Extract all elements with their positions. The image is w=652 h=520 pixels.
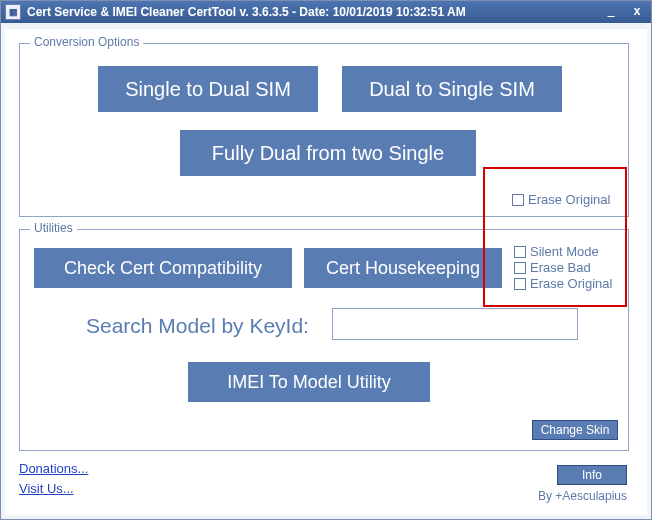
cert-housekeeping-button[interactable]: Cert Housekeeping [304,248,502,288]
erase-original-bot-label: Erase Original [530,276,612,291]
info-button[interactable]: Info [557,465,627,485]
client-area: Conversion Options Single to Dual SIM Du… [1,23,651,519]
erase-original-checkbox-top[interactable]: Erase Original [512,192,610,207]
utilities-group: Utilities Check Cert Compatibility Cert … [19,229,629,451]
donations-link[interactable]: Donations... [19,461,88,476]
checkbox-box-icon [512,194,524,206]
conversion-legend: Conversion Options [30,35,143,49]
search-model-input[interactable] [332,308,578,340]
visit-us-link[interactable]: Visit Us... [19,481,74,496]
minimize-button[interactable]: _ [601,5,621,19]
app-window: ▦ Cert Service & IMEI Cleaner CertTool v… [0,0,652,520]
window-controls: _ x [601,5,647,19]
single-to-dual-sim-button[interactable]: Single to Dual SIM [98,66,318,112]
check-cert-compatibility-button[interactable]: Check Cert Compatibility [34,248,292,288]
erase-bad-label: Erase Bad [530,260,591,275]
credit-label: By +Aesculapius [538,489,627,503]
search-model-label: Search Model by KeyId: [86,314,309,338]
app-icon: ▦ [5,4,21,20]
utilities-legend: Utilities [30,221,77,235]
fully-dual-from-two-single-button[interactable]: Fully Dual from two Single [180,130,476,176]
erase-original-top-label: Erase Original [528,192,610,207]
erase-original-checkbox-bot[interactable]: Erase Original [514,276,612,291]
erase-bad-checkbox[interactable]: Erase Bad [514,260,591,275]
window-title: Cert Service & IMEI Cleaner CertTool v. … [27,5,601,19]
dual-to-single-sim-button[interactable]: Dual to Single SIM [342,66,562,112]
title-bar: ▦ Cert Service & IMEI Cleaner CertTool v… [1,1,651,23]
imei-to-model-utility-button[interactable]: IMEI To Model Utility [188,362,430,402]
silent-mode-label: Silent Mode [530,244,599,259]
silent-mode-checkbox[interactable]: Silent Mode [514,244,599,259]
checkbox-box-icon [514,278,526,290]
conversion-options-group: Conversion Options Single to Dual SIM Du… [19,43,629,217]
checkbox-box-icon [514,246,526,258]
checkbox-box-icon [514,262,526,274]
close-button[interactable]: x [627,5,647,19]
change-skin-button[interactable]: Change Skin [532,420,618,440]
